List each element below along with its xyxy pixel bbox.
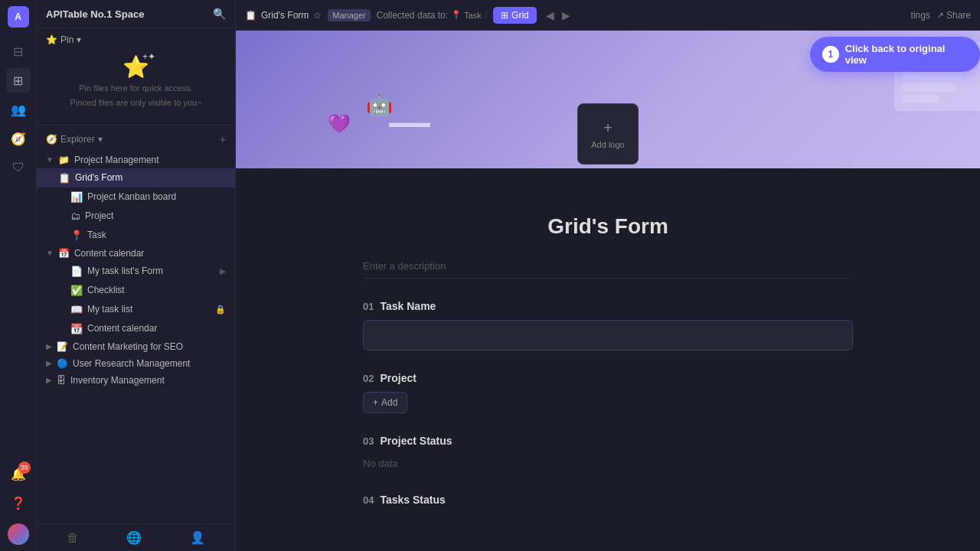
fwd-arrow-btn[interactable]: ▶ — [559, 8, 573, 23]
sidebar-item-task[interactable]: 📍 Task — [37, 226, 235, 245]
project-add-btn[interactable]: + Add — [363, 392, 407, 413]
manager-badge: Manager — [328, 9, 370, 21]
sidebar-item-project-kanban[interactable]: 📊 Project Kanban board — [37, 187, 235, 207]
help-btn[interactable]: ❓ — [6, 491, 31, 515]
field-num-01: 01 — [363, 301, 374, 312]
field-project: 02 Project + Add — [363, 372, 853, 413]
pin-star-icon: ⭐ — [46, 34, 57, 45]
topbar: 📋 Grid's Form ☆ Manager Collected data t… — [236, 0, 980, 31]
tooltip-num: 1 — [822, 46, 839, 63]
folder-content-marketing[interactable]: ▶ 📝 Content Marketing for SEO — [37, 338, 235, 355]
collected-label: Collected data to: — [377, 10, 448, 21]
item-label: Project Kanban board — [87, 191, 176, 202]
sidebar-item-my-task-form[interactable]: 📄 My task list's Form ▶ — [37, 262, 235, 281]
sidebar-item-my-task-list[interactable]: 📖 My task list 🔒 — [37, 300, 235, 319]
field-label-project-status: Project Status — [380, 435, 452, 447]
compass-btn[interactable]: 🧭 — [6, 126, 31, 151]
explorer-icon: 🧭 — [46, 134, 57, 145]
sidebar-toggle-btn[interactable]: ⊟ — [6, 39, 31, 64]
item-lock-icon: 🔒 — [215, 305, 226, 315]
grid-tab-label: Grid — [511, 10, 529, 21]
field-label-project: Project — [380, 372, 416, 384]
description-placeholder: Enter a description — [363, 260, 446, 272]
field-num-02: 02 — [363, 373, 374, 384]
explorer-section: 🧭 Explorer ▾ + ▼ 📁 Project Management 📋 … — [37, 126, 235, 523]
item-icon: 📄 — [70, 266, 83, 277]
banner-card-5 — [902, 95, 940, 103]
breadcrumb-form-icon: 📋 — [245, 10, 256, 21]
explorer-header: 🧭 Explorer ▾ + — [37, 130, 235, 148]
pin-chevron-icon: ▾ — [77, 34, 81, 45]
item-label: Grid's Form — [75, 172, 122, 183]
template-btn[interactable]: 🌐 — [126, 530, 142, 545]
users-btn[interactable]: 👥 — [6, 97, 31, 122]
folder-user-research[interactable]: ▶ 🔵 User Research Management — [37, 355, 235, 372]
field-header-tasks-status: 04 Tasks Status — [363, 494, 853, 506]
add-logo-btn[interactable]: + Add logo — [577, 103, 639, 165]
explorer-label: 🧭 Explorer ▾ — [46, 134, 103, 145]
avatar[interactable]: A — [8, 6, 29, 28]
form-description: Enter a description — [363, 254, 853, 279]
field-num-03: 03 — [363, 435, 374, 447]
folder-toggle-icon: ▼ — [46, 249, 54, 257]
explorer-chevron-icon: ▾ — [98, 134, 103, 145]
item-icon: 🗂 — [70, 210, 80, 222]
pin-plus-icon: +✦ — [142, 51, 155, 62]
folder-content-calendar[interactable]: ▼ 📅 Content calendar — [37, 245, 235, 262]
breadcrumb: 📋 Grid's Form ☆ — [245, 10, 322, 21]
item-label: Task — [87, 230, 106, 240]
share-icon: ↗ — [936, 10, 944, 21]
pin-description-line1: Pin files here for quick access. — [79, 83, 193, 94]
pin-section: ⭐ Pin ▾ ⭐ +✦ Pin files here for quick ac… — [37, 28, 235, 126]
field-label-task-name: Task Name — [380, 300, 436, 312]
sidebar-item-project[interactable]: 🗂 Project — [37, 207, 235, 226]
item-icon: 📖 — [70, 304, 83, 315]
invite-btn[interactable]: 👤 — [190, 530, 205, 545]
item-label: Project — [85, 210, 113, 221]
field-task-name: 01 Task Name — [363, 300, 853, 350]
back-arrow-btn[interactable]: ◀ — [543, 8, 557, 23]
sidebar-item-content-calendar[interactable]: 📆 Content calendar — [37, 319, 235, 338]
tooltip-banner[interactable]: 1 Click back to original view — [810, 37, 980, 72]
item-icon: 📆 — [70, 323, 83, 334]
robot-icon: 🤖 — [366, 92, 393, 117]
pin-header[interactable]: ⭐ Pin ▾ — [46, 34, 226, 45]
item-label: My task list — [87, 304, 132, 315]
task-pin-icon: 📍 — [451, 10, 462, 20]
form-body: Grid's Form Enter a description 01 Task … — [302, 168, 914, 551]
form-area: 1 Click back to original view 🤖 💜 ▬▬▬ + … — [236, 31, 980, 551]
grid-view-tab[interactable]: ⊞ Grid — [493, 7, 537, 24]
item-label: My task list's Form — [87, 266, 163, 276]
field-project-status: 03 Project Status No data — [363, 435, 853, 472]
folder-icon: 📁 — [58, 155, 70, 165]
sidebar-search-btn[interactable]: 🔍 — [213, 8, 226, 20]
share-btn[interactable]: ↗ Share — [936, 10, 971, 21]
banner-card-4 — [902, 83, 956, 92]
folder-inventory-management[interactable]: ▶ 🗄 Inventory Management — [37, 372, 235, 389]
dots-icon: ▬▬▬ — [389, 115, 430, 131]
sidebar-item-grids-form[interactable]: 📋 Grid's Form — [37, 168, 235, 187]
folder-label: Content Marketing for SEO — [73, 341, 183, 352]
breadcrumb-star-btn[interactable]: ☆ — [313, 10, 322, 21]
add-logo-plus-icon: + — [603, 119, 612, 137]
folder-icon: 📅 — [58, 248, 70, 259]
task-label: Task — [464, 11, 482, 20]
shield-btn[interactable]: 🛡 — [6, 155, 31, 180]
grid-view-btn[interactable]: ⊞ — [6, 68, 31, 93]
sidebar-item-checklist[interactable]: ✅ Checklist — [37, 281, 235, 300]
sidebar-title: APITable No.1 Space — [46, 8, 144, 20]
settings-btn[interactable]: tings — [911, 10, 930, 21]
tooltip-text: Click back to original view — [845, 43, 968, 66]
folder-project-management[interactable]: ▼ 📁 Project Management — [37, 152, 235, 168]
icon-bar: A ⊟ ⊞ 👥 🧭 🛡 🔔 39 ❓ — [0, 0, 37, 551]
field-header-project-status: 03 Project Status — [363, 435, 853, 447]
explorer-add-btn[interactable]: + — [220, 133, 226, 145]
folder-label: Project Management — [74, 155, 159, 165]
notification-btn[interactable]: 🔔 39 — [6, 461, 31, 486]
folder-toggle-icon: ▼ — [46, 155, 54, 164]
item-icon: 📋 — [58, 172, 70, 184]
folder-icon: 🔵 — [57, 358, 68, 369]
trash-btn[interactable]: 🗑 — [67, 531, 79, 545]
pin-content: ⭐ +✦ Pin files here for quick access. Pi… — [46, 45, 226, 119]
task-name-input[interactable] — [363, 320, 853, 350]
